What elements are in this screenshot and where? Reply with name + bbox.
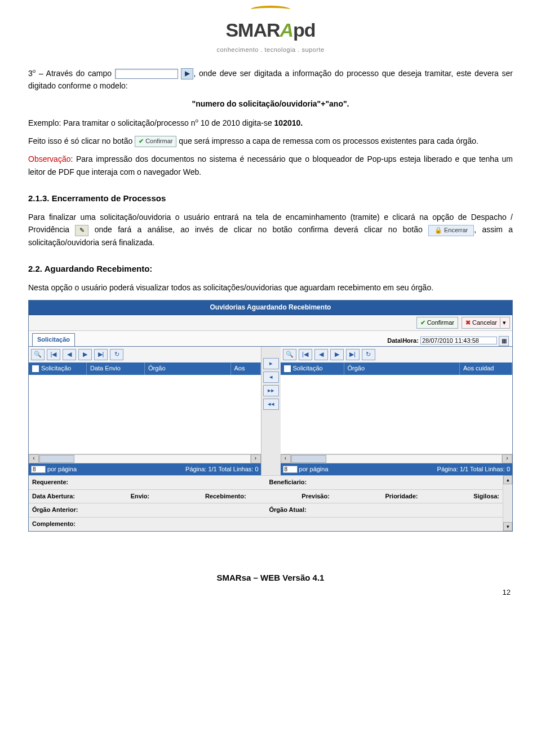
move-all-left-icon[interactable]: ◂◂ [263, 399, 279, 410]
next-icon[interactable]: ▶ [330, 349, 344, 360]
datahora-input[interactable] [420, 337, 497, 344]
label-orgao-anterior: Órgão Anterior: [29, 503, 266, 517]
grid-body [281, 375, 513, 454]
window-toolbar: ✔Confirmar ✖Cancelar▾ [29, 315, 512, 331]
checkbox[interactable] [284, 365, 291, 372]
col-data-envio[interactable]: Data Envio [87, 362, 145, 375]
paragraph-observacao: Observação: Para impressão dos documento… [28, 153, 513, 178]
text: que será impresso a capa de remessa com … [179, 136, 478, 145]
hscrollbar[interactable]: ‹ › [281, 454, 513, 463]
text: : Para impressão dos documentos no siste… [28, 154, 513, 176]
label: por página [47, 466, 77, 472]
text: 3 [28, 69, 33, 78]
label-previsao: Previsão: [298, 490, 333, 503]
checkbox[interactable] [32, 365, 39, 372]
grid-header: Solicitação Órgão Aos cuidad [281, 362, 513, 375]
lock-icon: 🔒 [434, 227, 442, 233]
scroll-up-icon[interactable]: ▴ [503, 475, 512, 484]
col-orgao[interactable]: Órgão [145, 362, 231, 375]
first-icon[interactable]: |◀ [47, 349, 60, 360]
scroll-down-icon[interactable]: ▾ [503, 522, 512, 531]
scroll-right-icon[interactable]: › [251, 454, 261, 463]
form-row-1: Requerente: Beneficiario: [29, 475, 503, 489]
col-aos-cuidad[interactable]: Aos cuidad [460, 362, 512, 375]
confirmar-button[interactable]: ✔Confirmar [416, 317, 458, 329]
refresh-icon[interactable]: ↻ [362, 349, 375, 360]
form-row-3: Órgão Anterior: Órgão Atual: [29, 503, 503, 517]
scroll-left-icon[interactable]: ‹ [29, 454, 39, 463]
move-left-icon[interactable]: ◂ [263, 372, 279, 383]
label-sigilosa: Sigilosa: [470, 490, 503, 503]
tab-solicitacao[interactable]: Solicitação [32, 333, 75, 346]
chevron-down-icon[interactable]: ▾ [500, 318, 506, 328]
scroll-thumb[interactable] [291, 455, 326, 463]
text: onde fará a análise, ao invés de clicar … [95, 225, 428, 234]
scroll-track[interactable] [291, 454, 503, 463]
encerrar-button[interactable]: 🔒Encerrar [428, 225, 474, 236]
label-beneficiario: Beneficiario: [266, 476, 503, 489]
logo-accent-icon [251, 6, 290, 14]
first-icon[interactable]: |◀ [299, 349, 312, 360]
paragraph-feito-isso: Feito isso é só clicar no botão ✔ Confir… [28, 135, 513, 147]
scroll-thumb[interactable] [39, 455, 74, 463]
go-icon[interactable]: ▶ [181, 68, 193, 79]
text: – Através do campo [36, 69, 114, 78]
pager: por página Página: 1/1 Total Linhas: 0 [29, 463, 261, 476]
col-aos[interactable]: Aos [231, 362, 261, 375]
observacao-label: Observação [28, 154, 70, 163]
per-page-input[interactable] [31, 466, 46, 473]
next-icon[interactable]: ▶ [78, 349, 92, 360]
grid-nav: 🔍 |◀ ◀ ▶ ▶| ↻ [281, 347, 513, 362]
vscrollbar[interactable]: ▴ ▾ [503, 475, 512, 530]
text-bold: 102010. [274, 118, 303, 127]
scroll-track[interactable] [39, 454, 251, 463]
processo-input[interactable] [115, 69, 178, 79]
last-icon[interactable]: ▶| [346, 349, 360, 360]
logo-brand: SMARApd [28, 15, 513, 45]
form-row-2: Data Abertura: Envio: Recebimento: Previ… [29, 489, 503, 503]
button-label: Confirmar [427, 318, 454, 328]
model-format: "numero do solicitação/ouvidoria"+"ano". [28, 98, 513, 110]
page-info: Página: 1/1 Total Linhas: 0 [437, 465, 510, 475]
check-icon: ✔ [139, 138, 144, 144]
calendar-icon[interactable]: ▦ [499, 336, 509, 346]
grid-nav: 🔍 |◀ ◀ ▶ ▶| ↻ [29, 347, 261, 362]
label-prioridade: Prioridade: [382, 490, 421, 503]
search-icon[interactable]: 🔍 [283, 349, 296, 360]
section-213-title: 2.1.3. Encerramento de Processos [28, 192, 513, 205]
transfer-buttons: ▸ ◂ ▸▸ ◂◂ [261, 347, 281, 475]
section-22-body: Nesta opção o usuário poderá visualizar … [28, 281, 513, 294]
label-complemento: Complemento: [29, 518, 79, 531]
label: por página [299, 466, 329, 472]
per-page-input[interactable] [283, 466, 298, 473]
scroll-left-icon[interactable]: ‹ [281, 454, 291, 463]
refresh-icon[interactable]: ↻ [110, 349, 123, 360]
hscrollbar[interactable]: ‹ › [29, 454, 261, 463]
screenshot-aguardando-recebimento: Ouvidorias Aguardando Recebimento ✔Confi… [28, 300, 513, 532]
cancelar-button[interactable]: ✖Cancelar▾ [462, 317, 510, 329]
label-data-abertura: Data Abertura: [29, 490, 78, 503]
col-solicitacao[interactable]: Solicitação [29, 362, 87, 375]
move-all-right-icon[interactable]: ▸▸ [263, 385, 279, 396]
close-icon: ✖ [465, 318, 471, 328]
label-envio: Envio: [127, 490, 153, 503]
search-icon[interactable]: 🔍 [31, 349, 45, 360]
logo-tagline: conhecimento . tecnologia . suporte [28, 45, 513, 55]
confirmar-button[interactable]: ✔ Confirmar [135, 136, 176, 147]
despacho-icon[interactable]: ✎ [75, 225, 88, 236]
prev-icon[interactable]: ◀ [314, 349, 328, 360]
col-orgao[interactable]: Órgão [344, 362, 460, 375]
datahora-field: Data\Hora: ▦ [387, 336, 509, 346]
move-right-icon[interactable]: ▸ [263, 358, 279, 369]
button-label: Encerrar [444, 227, 468, 233]
button-label: Cancelar [472, 318, 497, 328]
right-pane: 🔍 |◀ ◀ ▶ ▶| ↻ Solicitação Órgão Aos cuid… [281, 347, 513, 475]
text: 10 de 2010 digita-se [198, 118, 274, 127]
grid-panes: 🔍 |◀ ◀ ▶ ▶| ↻ Solicitação Data Envio Órg… [29, 347, 512, 475]
scroll-right-icon[interactable]: › [502, 454, 512, 463]
last-icon[interactable]: ▶| [94, 349, 108, 360]
paragraph-campo: 3o – Através do campo ▶, onde deve ser d… [28, 67, 513, 92]
col-solicitacao[interactable]: Solicitação [281, 362, 344, 375]
prev-icon[interactable]: ◀ [63, 349, 76, 360]
logo: SMARApd conhecimento . tecnologia . supo… [28, 6, 513, 55]
